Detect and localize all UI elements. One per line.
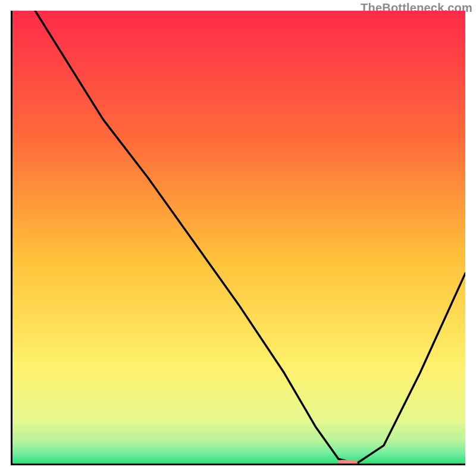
bottleneck-chart: TheBottleneck.com	[0, 0, 476, 476]
bottleneck-curve	[12, 11, 465, 464]
optimum-marker	[337, 460, 358, 465]
plot-area	[11, 11, 465, 465]
